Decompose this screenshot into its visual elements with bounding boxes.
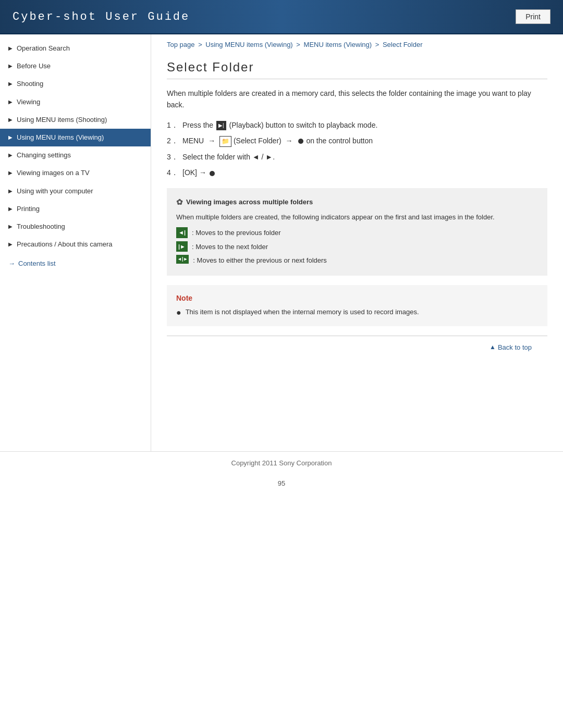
sidebar-item-label: Before Use <box>17 61 51 71</box>
sidebar-item-label: Operation Search <box>17 44 70 53</box>
sidebar-item-troubleshooting[interactable]: ▶ Troubleshooting <box>0 218 151 236</box>
prev-folder-badge: ◄| <box>176 227 188 238</box>
breadcrumb-menu-viewing[interactable]: Using MENU items (Viewing) <box>205 41 292 48</box>
arrow-icon: ▶ <box>8 63 13 70</box>
arrow-icon: ▶ <box>8 188 13 195</box>
triangle-icon: ▲ <box>489 343 496 351</box>
playback-icon: ▶| <box>216 121 226 130</box>
tip-box: ✿ Viewing images across multiple folders… <box>167 188 547 276</box>
sidebar-item-label: Changing settings <box>17 151 71 160</box>
note-item-1: ● This item is not displayed when the in… <box>176 307 538 318</box>
sidebar-item-precautions[interactable]: ▶ Precautions / About this camera <box>0 236 151 253</box>
note-box: Note ● This item is not displayed when t… <box>167 285 547 326</box>
arrow-sym: → <box>286 137 293 145</box>
breadcrumb-menu-items[interactable]: MENU items (Viewing) <box>304 41 372 48</box>
breadcrumb: Top page > Using MENU items (Viewing) > … <box>167 34 547 55</box>
sidebar-item-changing-settings[interactable]: ▶ Changing settings <box>0 146 151 164</box>
sidebar-item-label: Troubleshooting <box>17 222 65 231</box>
sidebar-item-label: Using MENU items (Shooting) <box>17 115 107 125</box>
step-content-1: Press the ▶| (Playback) button to switch… <box>182 119 547 131</box>
tip-sun-icon: ✿ <box>176 195 183 209</box>
sidebar-item-printing[interactable]: ▶ Printing <box>0 200 151 218</box>
sidebar-item-viewing-tv[interactable]: ▶ Viewing images on a TV <box>0 164 151 182</box>
copyright: Copyright 2011 Sony Corporation <box>0 451 563 474</box>
page-description: When multiple folders are created in a m… <box>167 88 547 111</box>
sidebar: ▶ Operation Search ▶ Before Use ▶ Shooti… <box>0 34 151 451</box>
sidebar-item-before-use[interactable]: ▶ Before Use <box>0 57 151 75</box>
arrow-right-icon: → <box>8 260 15 267</box>
arrow-icon: ▶ <box>8 116 13 124</box>
breadcrumb-top[interactable]: Top page <box>167 41 195 48</box>
breadcrumb-sep: > <box>198 41 204 48</box>
step-4: 4． [OK] → <box>167 167 547 178</box>
sidebar-item-shooting[interactable]: ▶ Shooting <box>0 75 151 93</box>
sidebar-item-label: Using MENU items (Viewing) <box>17 133 104 142</box>
arrow-icon: ▶ <box>8 45 13 52</box>
folder-icon: 📁 <box>219 136 231 147</box>
tip-title: ✿ Viewing images across multiple folders <box>176 195 538 209</box>
sidebar-item-computer[interactable]: ▶ Using with your computer <box>0 182 151 200</box>
header: Cyber-shot User Guide Print <box>0 0 563 34</box>
sidebar-item-label: Printing <box>17 204 40 214</box>
breadcrumb-current[interactable]: Select Folder <box>383 41 423 48</box>
step-num-3: 3． <box>167 151 182 163</box>
circle-icon <box>210 171 215 176</box>
tip-item-text-2: : Moves to the next folder <box>192 241 268 253</box>
tip-item-2: |► : Moves to the next folder <box>176 241 538 253</box>
contents-list-label: Contents list <box>18 260 56 267</box>
arrow-icon: ▶ <box>8 169 13 177</box>
tip-description: When multiple folders are created, the f… <box>176 212 538 223</box>
next-folder-badge: |► <box>176 241 188 252</box>
tip-item-text-1: : Moves to the previous folder <box>192 227 281 239</box>
main-container: ▶ Operation Search ▶ Before Use ▶ Shooti… <box>0 34 563 451</box>
arrow-icon: ▶ <box>8 223 13 230</box>
print-button[interactable]: Print <box>516 9 550 24</box>
note-text-1: This item is not displayed when the inte… <box>186 307 419 318</box>
app-title: Cyber-shot User Guide <box>13 10 190 23</box>
back-to-top-label: Back to top <box>498 343 532 351</box>
sidebar-item-viewing[interactable]: ▶ Viewing <box>0 93 151 111</box>
sidebar-item-menu-viewing[interactable]: ▶ Using MENU items (Viewing) <box>0 129 151 146</box>
step-content-3: Select the folder with ◄ / ►. <box>182 151 547 163</box>
back-to-top-link[interactable]: ▲ Back to top <box>489 343 532 351</box>
contents-list-link[interactable]: → Contents list <box>0 253 151 274</box>
arrow-icon: ▶ <box>8 241 13 248</box>
sidebar-item-operation-search[interactable]: ▶ Operation Search <box>0 40 151 57</box>
sidebar-item-menu-shooting[interactable]: ▶ Using MENU items (Shooting) <box>0 111 151 129</box>
note-bullet-icon: ● <box>176 307 181 318</box>
step-3: 3． Select the folder with ◄ / ►. <box>167 151 547 163</box>
breadcrumb-sep: > <box>296 41 302 48</box>
sidebar-item-label: Viewing <box>17 97 40 107</box>
either-folder-badge: ◄|► <box>176 255 189 264</box>
footer: ▲ Back to top <box>167 336 547 359</box>
breadcrumb-sep: > <box>375 41 381 48</box>
arrow-icon: ▶ <box>8 134 13 141</box>
sidebar-item-label: Shooting <box>17 79 43 89</box>
step-content-2: MENU → 📁 (Select Folder) → on the contro… <box>182 135 547 147</box>
page-title: Select Folder <box>167 60 547 79</box>
arrow-icon: ▶ <box>8 152 13 159</box>
tip-item-1: ◄| : Moves to the previous folder <box>176 227 538 239</box>
tip-item-3: ◄|► : Moves to either the previous or ne… <box>176 255 538 266</box>
content-area: Top page > Using MENU items (Viewing) > … <box>151 34 563 451</box>
arrow-icon: ▶ <box>8 205 13 213</box>
sidebar-item-label: Using with your computer <box>17 187 93 196</box>
step-1: 1． Press the ▶| (Playback) button to swi… <box>167 119 547 131</box>
arrow-icon: ▶ <box>8 98 13 106</box>
step-num-4: 4． <box>167 167 182 178</box>
sidebar-item-label: Viewing images on a TV <box>17 168 90 178</box>
page-number: 95 <box>0 474 563 492</box>
steps-list: 1． Press the ▶| (Playback) button to swi… <box>167 119 547 179</box>
sidebar-item-label: Precautions / About this camera <box>17 240 113 249</box>
arrow-sym: → <box>208 137 215 145</box>
note-title: Note <box>176 292 538 304</box>
circle-icon <box>298 139 303 144</box>
arrow-icon: ▶ <box>8 80 13 88</box>
step-content-4: [OK] → <box>182 167 547 178</box>
tip-item-text-3: : Moves to either the previous or next f… <box>193 255 327 266</box>
step-2: 2． MENU → 📁 (Select Folder) → on the con… <box>167 135 547 147</box>
tip-title-text: Viewing images across multiple folders <box>186 196 313 208</box>
step-num-1: 1． <box>167 119 182 131</box>
step-num-2: 2． <box>167 135 182 146</box>
